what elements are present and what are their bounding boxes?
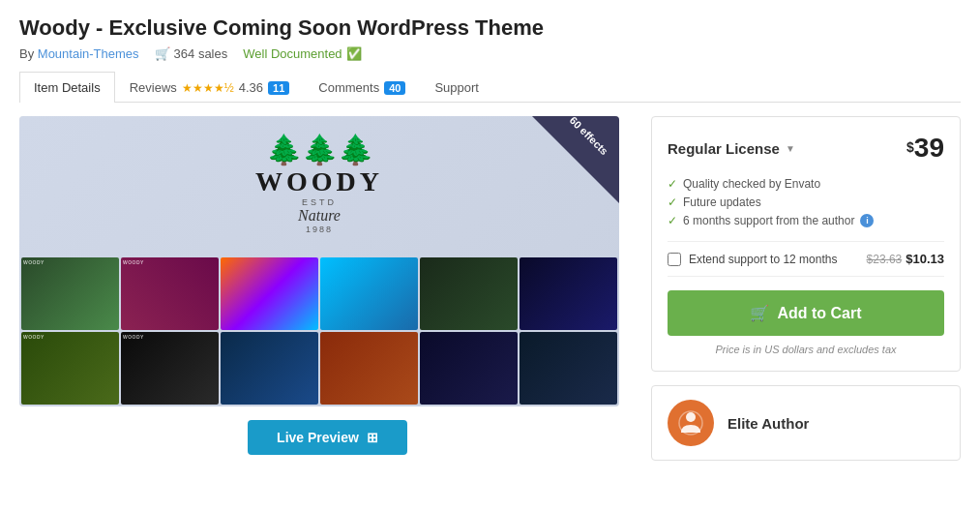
check-icon-3: ✓ (668, 214, 677, 227)
extend-old-price: $23.63 (867, 253, 903, 266)
left-panel: 60 effects 🌲🌲🌲 WOODY ESTD Nature 1988 (19, 116, 636, 461)
extend-price: $23.63 $10.13 (867, 252, 944, 266)
feature-3: ✓ 6 months support from the author i (668, 214, 944, 227)
feature-2: ✓ Future updates (668, 195, 944, 209)
page-wrapper: Woody - Exclusive Coming Soon WordPress … (0, 0, 980, 511)
elite-author-box: Elite Author (651, 385, 961, 461)
rating-value: 4.36 (239, 80, 263, 95)
right-panel: Regular License ▼ $39 ✓ Quality checked … (651, 116, 961, 461)
preview-image-container: 60 effects 🌲🌲🌲 WOODY ESTD Nature 1988 (19, 116, 619, 406)
dropdown-arrow-icon[interactable]: ▼ (786, 143, 795, 154)
woody-logo: 🌲🌲🌲 WOODY ESTD Nature 1988 (255, 135, 383, 234)
price-note: Price is in US dollars and excludes tax (668, 344, 944, 355)
thumb-3 (221, 257, 318, 330)
elite-author-label: Elite Author (728, 415, 809, 432)
live-preview-label: Live Preview (277, 430, 359, 445)
features-list: ✓ Quality checked by Envato ✓ Future upd… (668, 177, 944, 227)
tabs-bar: Item Details Reviews ★★★★½ 4.36 11 Comme… (19, 71, 961, 103)
sales-info: 🛒 364 sales (155, 46, 228, 61)
license-header: Regular License ▼ $39 (668, 133, 944, 164)
license-title: Regular License ▼ (668, 140, 795, 157)
tab-item-details[interactable]: Item Details (19, 72, 115, 103)
add-to-cart-label: Add to Cart (777, 305, 861, 322)
thumb-2: WOODY (121, 257, 219, 330)
comments-count-badge: 40 (384, 81, 405, 95)
trees-icon: 🌲🌲🌲 (255, 135, 383, 165)
live-preview-button[interactable]: Live Preview ⊞ (248, 420, 407, 455)
feature-1: ✓ Quality checked by Envato (668, 177, 944, 191)
thumb-11 (420, 332, 518, 405)
license-box: Regular License ▼ $39 ✓ Quality checked … (651, 116, 961, 372)
well-documented-badge: Well Documented ✅ (243, 46, 361, 61)
svg-point-0 (686, 412, 696, 422)
tab-reviews[interactable]: Reviews ★★★★½ 4.36 11 (115, 72, 305, 103)
check-icon-2: ✓ (668, 195, 677, 209)
extend-support-checkbox[interactable] (668, 253, 681, 266)
star-rating: ★★★★½ (182, 81, 234, 95)
thumb-12 (520, 332, 617, 405)
thumb-7: WOODY (21, 332, 119, 405)
badge-corner-text: 60 effects (567, 116, 610, 158)
thumb-1: WOODY (21, 257, 119, 330)
cart-icon: 🛒 (750, 304, 769, 322)
sales-count: 364 sales (174, 46, 228, 61)
thumb-8: WOODY (121, 332, 219, 405)
extend-support-label: Extend support to 12 months (689, 253, 859, 266)
check-icon-1: ✓ (668, 177, 677, 191)
by-label: By Mountain-Themes (19, 46, 139, 61)
cart-icon-small: 🛒 (155, 46, 170, 61)
info-icon[interactable]: i (860, 214, 874, 227)
thumb-4 (320, 257, 418, 330)
thumb-9 (221, 332, 318, 405)
thumbnail-grid: WOODY WOODY WOODY WOODY (19, 256, 619, 406)
estd-text: ESTD (255, 197, 383, 207)
preview-main: 60 effects 🌲🌲🌲 WOODY ESTD Nature 1988 (19, 116, 619, 406)
year-text: 1988 (255, 225, 383, 234)
main-content: 60 effects 🌲🌲🌲 WOODY ESTD Nature 1988 (19, 116, 961, 461)
elite-author-icon (677, 409, 704, 436)
meta-row: By Mountain-Themes 🛒 364 sales Well Docu… (19, 46, 961, 61)
extend-new-price: $10.13 (906, 252, 944, 266)
reviews-count-badge: 11 (268, 81, 289, 95)
license-price: $39 (906, 133, 944, 164)
thumb-5 (420, 257, 518, 330)
tab-comments[interactable]: Comments 40 (304, 72, 420, 103)
nature-text: Nature (255, 207, 383, 225)
thumb-10 (320, 332, 418, 405)
author-link[interactable]: Mountain-Themes (38, 46, 139, 61)
tab-support[interactable]: Support (420, 72, 493, 103)
check-circle-icon: ✅ (346, 46, 362, 61)
elite-author-avatar (668, 400, 714, 446)
add-to-cart-button[interactable]: 🛒 Add to Cart (668, 290, 944, 336)
page-title: Woody - Exclusive Coming Soon WordPress … (19, 15, 961, 41)
badge-corner: 60 effects (532, 116, 619, 203)
grid-icon: ⊞ (367, 430, 378, 445)
extend-support-row: Extend support to 12 months $23.63 $10.1… (668, 241, 944, 277)
thumb-6 (520, 257, 617, 330)
woody-wordmark: WOODY (255, 166, 383, 197)
